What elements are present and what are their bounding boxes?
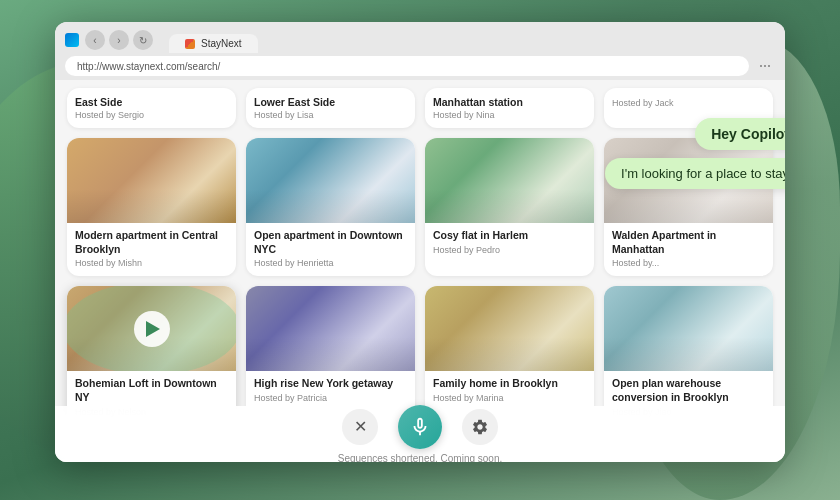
browser-menu-button[interactable]: ⋯ <box>755 56 775 76</box>
active-tab[interactable]: StayNext <box>169 34 258 53</box>
listing-title: Walden Apartment in Manhattan <box>612 229 765 256</box>
play-triangle-icon <box>146 321 160 337</box>
listing-card-manhattan-station[interactable]: Manhattan station Hosted by Nina <box>425 88 594 128</box>
listing-image <box>425 138 594 223</box>
listing-title: Modern apartment in Central Brooklyn <box>75 229 228 256</box>
settings-button[interactable] <box>462 409 498 445</box>
mic-button[interactable] <box>398 405 442 449</box>
browser-window: ‹ › ↻ StayNext ⋯ East Side Hosted <box>55 22 785 462</box>
listing-card-harlem[interactable]: Cosy flat in Harlem Hosted by Pedro <box>425 138 594 276</box>
bottom-control-bar: ✕ Sequences shortened. Coming soon. <box>55 406 785 462</box>
browser-content: East Side Hosted by Sergio Lower East Si… <box>55 80 785 462</box>
browser-nav-controls: ‹ › ↻ <box>85 30 153 50</box>
listing-host: Hosted by Marina <box>433 393 586 403</box>
title-bar: ‹ › ↻ StayNext <box>55 22 785 52</box>
url-input[interactable] <box>65 56 749 76</box>
copilot-bubble-1: Hey Copilot <box>695 118 785 150</box>
refresh-button[interactable]: ↻ <box>133 30 153 50</box>
listing-title: Open apartment in Downtown NYC <box>254 229 407 256</box>
listing-card-open-plan-warehouse[interactable]: Open plan warehouse conversion in Brookl… <box>604 286 773 424</box>
listing-card-downtown-nyc[interactable]: Open apartment in Downtown NYC Hosted by… <box>246 138 415 276</box>
listing-host: Hosted by Patricia <box>254 393 407 403</box>
mic-icon <box>409 416 431 438</box>
listing-host: Hosted by... <box>612 258 765 268</box>
listing-host: Hosted by Lisa <box>254 110 407 120</box>
tab-bar: StayNext <box>159 27 268 53</box>
listing-image <box>604 286 773 371</box>
listing-title: Cosy flat in Harlem <box>433 229 586 243</box>
listing-card-lower-east-side[interactable]: Lower East Side Hosted by Lisa <box>246 88 415 128</box>
edge-browser-icon <box>65 33 79 47</box>
listing-host: Hosted by Pedro <box>433 245 586 255</box>
listing-host: Hosted by Sergio <box>75 110 228 120</box>
listing-image <box>425 286 594 371</box>
listing-info: Open apartment in Downtown NYC Hosted by… <box>246 223 415 276</box>
listing-info: Cosy flat in Harlem Hosted by Pedro <box>425 223 594 263</box>
listing-host: Hosted by Nina <box>433 110 586 120</box>
play-button[interactable] <box>134 311 170 347</box>
listing-image <box>67 286 236 371</box>
settings-icon <box>471 418 489 436</box>
tab-favicon <box>185 39 195 49</box>
listing-host: Hosted by Henrietta <box>254 258 407 268</box>
forward-button[interactable]: › <box>109 30 129 50</box>
listing-title: Manhattan station <box>433 96 586 108</box>
address-bar: ⋯ <box>55 52 785 80</box>
listing-title: Lower East Side <box>254 96 407 108</box>
browser-chrome: ‹ › ↻ StayNext ⋯ <box>55 22 785 80</box>
listing-info: Walden Apartment in Manhattan Hosted by.… <box>604 223 773 276</box>
listing-card-east-side[interactable]: East Side Hosted by Sergio <box>67 88 236 128</box>
copilot-bubble-2: I'm looking for a place to stay <box>605 158 785 189</box>
copilot-speech-bubbles: Hey Copilot I'm looking for a place to s… <box>605 118 785 189</box>
listing-info: Modern apartment in Central Brooklyn Hos… <box>67 223 236 276</box>
tab-title: StayNext <box>201 38 242 49</box>
back-button[interactable]: ‹ <box>85 30 105 50</box>
close-button[interactable]: ✕ <box>342 409 378 445</box>
listing-image <box>67 138 236 223</box>
listing-title: High rise New York getaway <box>254 377 407 391</box>
bottom-label: Sequences shortened. Coming soon. <box>338 453 503 463</box>
listing-title: East Side <box>75 96 228 108</box>
listing-title: Family home in Brooklyn <box>433 377 586 391</box>
listing-title: Bohemian Loft in Downtown NY <box>75 377 228 404</box>
control-buttons: ✕ <box>342 405 498 449</box>
listing-host: Hosted by Jack <box>612 98 765 108</box>
listing-host: Hosted by Mishn <box>75 258 228 268</box>
listing-card-central-brooklyn[interactable]: Modern apartment in Central Brooklyn Hos… <box>67 138 236 276</box>
browser-action-icons: ⋯ <box>755 56 775 76</box>
listing-image <box>246 138 415 223</box>
listing-card-downtown-ny-loft[interactable]: Bohemian Loft in Downtown NY Hosted by N… <box>67 286 236 424</box>
listing-title: Open plan warehouse conversion in Brookl… <box>612 377 765 404</box>
listing-image <box>246 286 415 371</box>
